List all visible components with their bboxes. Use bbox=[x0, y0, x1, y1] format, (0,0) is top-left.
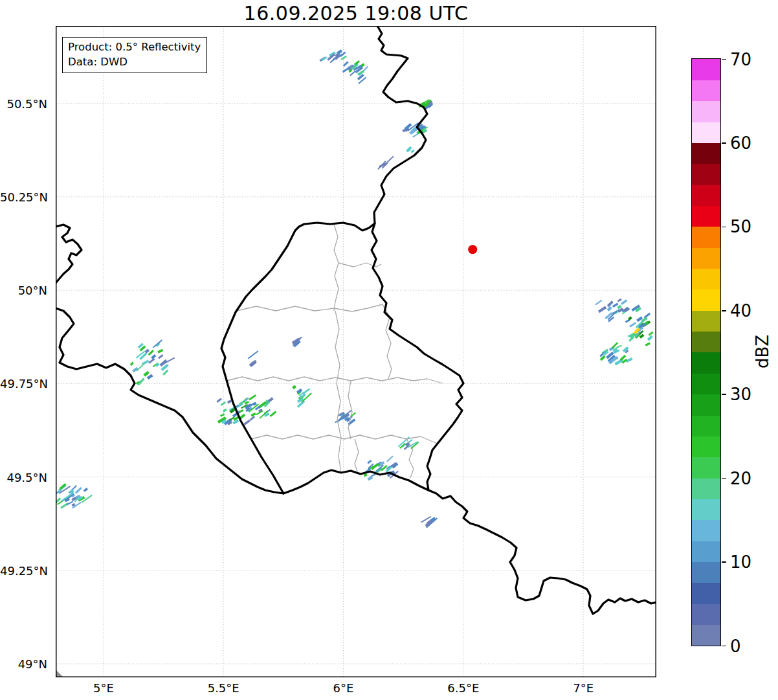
colorbar-tick-label: 0 bbox=[730, 637, 741, 656]
colorbar-band bbox=[692, 457, 720, 479]
colorbar-band bbox=[692, 80, 720, 101]
region-border-line bbox=[355, 439, 359, 471]
country-border-germany-belgium bbox=[374, 26, 427, 223]
colorbar-band bbox=[692, 310, 720, 332]
colorbar-band bbox=[692, 415, 720, 436]
region-border-line bbox=[334, 224, 339, 311]
colorbar-band bbox=[692, 604, 720, 625]
y-tick-label: 49°N bbox=[0, 657, 52, 671]
colorbar-band bbox=[692, 164, 720, 185]
colorbar-band bbox=[692, 289, 720, 311]
region-border-line bbox=[335, 311, 341, 473]
y-tick-label: 50.5°N bbox=[0, 96, 52, 110]
radar-figure: 16.09.2025 19:08 UTC bbox=[0, 0, 778, 700]
colorbar-band bbox=[692, 59, 720, 80]
region-border-line bbox=[237, 304, 383, 311]
x-tick-label: 6°E bbox=[333, 681, 354, 695]
colorbar-tick-mark bbox=[722, 310, 726, 311]
colorbar-bands bbox=[691, 58, 721, 646]
radar-echoes bbox=[56, 49, 653, 528]
x-tick-label: 7°E bbox=[573, 681, 594, 695]
colorbar-tick-mark bbox=[722, 394, 726, 395]
colorbar-band bbox=[692, 332, 720, 353]
country-border-france-belgium bbox=[56, 308, 283, 493]
colorbar-band bbox=[692, 269, 720, 290]
colorbar-band bbox=[692, 373, 720, 394]
colorbar-band bbox=[692, 142, 720, 164]
colorbar-band bbox=[692, 562, 720, 583]
colorbar-tick-mark bbox=[722, 142, 726, 144]
colorbar-tick-label: 60 bbox=[730, 133, 751, 153]
region-borders bbox=[227, 224, 443, 478]
colorbar-band bbox=[692, 478, 720, 499]
colorbar-band bbox=[692, 520, 720, 541]
x-tick-label: 5.5°E bbox=[208, 681, 239, 695]
colorbar-band bbox=[692, 206, 720, 227]
x-tick-label: 6.5°E bbox=[447, 681, 479, 695]
colorbar-band bbox=[692, 436, 720, 457]
product-info-line2: Data: DWD bbox=[68, 54, 201, 69]
figure-title: 16.09.2025 19:08 UTC bbox=[56, 2, 656, 25]
colorbar-tick-label: 50 bbox=[730, 217, 751, 236]
colorbar-tick-label: 10 bbox=[730, 552, 751, 572]
colorbar-axis-label: dBZ bbox=[753, 335, 772, 368]
y-tick-label: 50°N bbox=[0, 284, 52, 297]
country-border-france-germany bbox=[428, 490, 656, 614]
colorbar-tick-mark bbox=[722, 646, 726, 647]
country-border-givet-salient bbox=[56, 225, 82, 283]
product-info-box: Product: 0.5° Reflectivity Data: DWD bbox=[62, 37, 207, 73]
corner-border-fragment bbox=[56, 670, 63, 677]
colorbar-tick-label: 70 bbox=[730, 50, 751, 69]
colorbar-tick-label: 30 bbox=[730, 385, 751, 404]
colorbar-band bbox=[692, 101, 720, 122]
colorbar-band bbox=[692, 185, 720, 206]
colorbar: 010203040506070 bbox=[691, 58, 720, 645]
x-tick-label: 5°E bbox=[93, 681, 114, 695]
colorbar-tick-label: 40 bbox=[730, 301, 751, 321]
region-border-line bbox=[348, 381, 352, 439]
y-tick-label: 50.25°N bbox=[0, 190, 52, 203]
product-info-line1: Product: 0.5° Reflectivity bbox=[68, 40, 201, 54]
radar-site-marker bbox=[468, 245, 477, 254]
y-tick-label: 49.5°N bbox=[0, 470, 52, 484]
country-borders bbox=[56, 26, 656, 614]
colorbar-tick-mark bbox=[722, 227, 726, 228]
colorbar-tick-mark bbox=[722, 59, 726, 60]
colorbar-band bbox=[692, 583, 720, 604]
colorbar-tick-mark bbox=[722, 478, 726, 479]
colorbar-band bbox=[692, 499, 720, 521]
colorbar-band bbox=[692, 541, 720, 562]
map-plot: Product: 0.5° Reflectivity Data: DWD bbox=[56, 26, 656, 677]
country-border-luxembourg bbox=[221, 223, 463, 493]
region-border-line bbox=[227, 377, 443, 383]
y-tick-label: 49.25°N bbox=[0, 563, 52, 577]
colorbar-tick-label: 20 bbox=[730, 469, 751, 488]
colorbar-band bbox=[692, 227, 720, 248]
y-tick-label: 49.75°N bbox=[0, 377, 52, 390]
colorbar-band bbox=[692, 625, 720, 646]
colorbar-band bbox=[692, 247, 720, 269]
map-canvas bbox=[56, 26, 656, 677]
colorbar-tick-mark bbox=[722, 561, 726, 563]
colorbar-band bbox=[692, 122, 720, 143]
colorbar-band bbox=[692, 394, 720, 416]
colorbar-band bbox=[692, 352, 720, 374]
